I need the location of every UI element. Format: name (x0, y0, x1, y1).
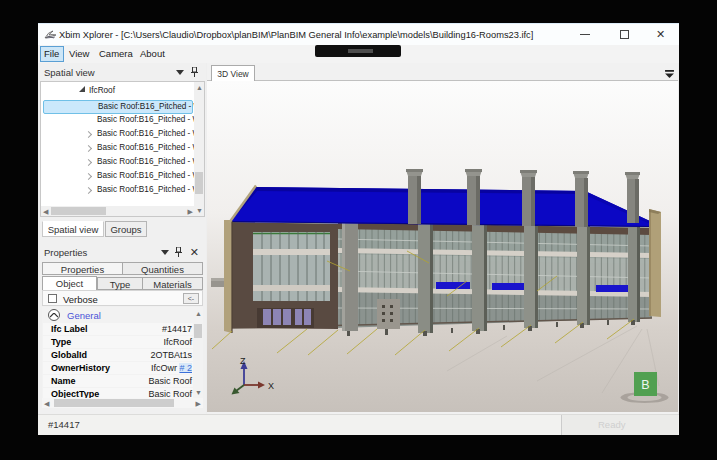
svg-text:Z: Z (240, 356, 246, 366)
svg-text:B: B (641, 378, 649, 392)
svg-text:X: X (268, 381, 274, 391)
